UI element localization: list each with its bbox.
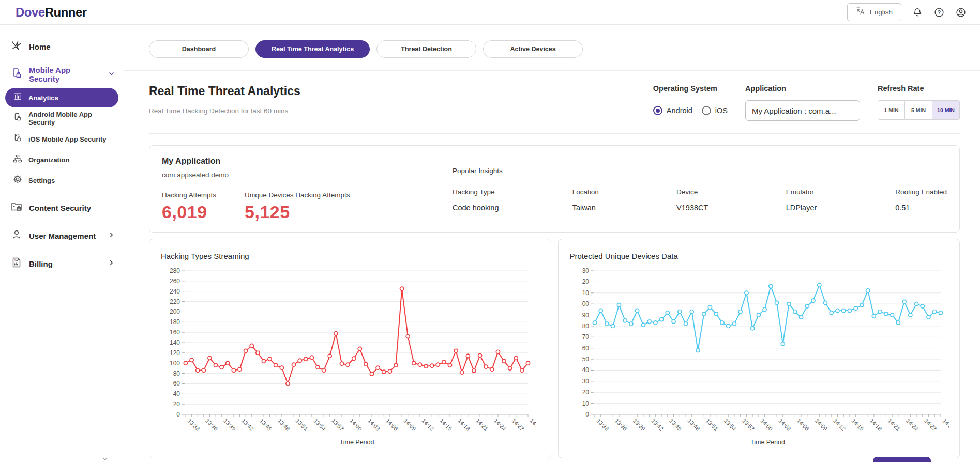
sidebar-item-billing[interactable]: $ Billing xyxy=(0,253,124,274)
help-button[interactable]: ? xyxy=(933,7,945,18)
svg-text:14:27: 14:27 xyxy=(923,418,938,432)
sidebar-item-mobile-app-security[interactable]: Mobile App Security xyxy=(0,64,124,85)
svg-text:14:30: 14:30 xyxy=(529,418,536,432)
ios-phone-lock-icon xyxy=(12,133,23,145)
svg-text:13:42: 13:42 xyxy=(650,418,665,432)
sidebar-item-user-management[interactable]: User Management xyxy=(0,225,124,246)
sidebar-item-organization[interactable]: Organization xyxy=(5,150,118,170)
svg-text:160: 160 xyxy=(170,329,180,336)
svg-text:14:27: 14:27 xyxy=(511,418,525,432)
sidebar-item-settings[interactable]: Settings xyxy=(5,171,118,190)
svg-text:13:48: 13:48 xyxy=(686,418,701,432)
divider xyxy=(149,133,960,134)
svg-text:?: ? xyxy=(938,9,941,15)
insight-label: Rooting Enabled xyxy=(895,188,947,196)
radio-ios-label: iOS xyxy=(715,106,728,115)
radio-android[interactable]: Android xyxy=(653,106,692,115)
title-block: Real Time Threat Analytics Real Time Hac… xyxy=(149,84,300,115)
insight-rooting-enabled: Rooting Enabled 0.51 xyxy=(895,188,947,212)
tab-dashboard[interactable]: Dashboard xyxy=(149,40,249,58)
application-filter: Application My Application : com.a... xyxy=(745,84,860,121)
operating-system-label: Operating System xyxy=(653,84,728,93)
svg-text:13:36: 13:36 xyxy=(613,418,628,432)
tab-active-devices[interactable]: Active Devices xyxy=(483,40,583,58)
sidebar-item-ios-mobile-app-security[interactable]: iOS Mobile App Security xyxy=(5,129,118,149)
svg-text:13:33: 13:33 xyxy=(595,418,610,432)
svg-text:14:30: 14:30 xyxy=(941,418,948,432)
insight-location: Location Taiwan xyxy=(572,188,676,212)
insight-value: 0.51 xyxy=(895,204,947,212)
svg-text:13:54: 13:54 xyxy=(312,418,327,432)
gear-icon xyxy=(12,174,23,187)
svg-text:14:15: 14:15 xyxy=(439,418,453,432)
svg-text:13:42: 13:42 xyxy=(240,418,255,432)
summary-card: My Application com.appsealed.demo Hackin… xyxy=(149,145,960,233)
sidebar-item-analytics[interactable]: Analytics xyxy=(5,88,118,107)
svg-text:90: 90 xyxy=(582,312,589,319)
svg-text:0: 0 xyxy=(585,411,589,418)
insight-value: Code hooking xyxy=(453,204,572,212)
notifications-button[interactable] xyxy=(912,7,923,18)
tab-threat-detection[interactable]: Threat Detection xyxy=(376,40,476,58)
refresh-5min-button[interactable]: 5 MIN xyxy=(905,100,932,120)
sidebar-item-android-mobile-app-security[interactable]: Android Mobile App Security xyxy=(5,109,118,128)
svg-text:60: 60 xyxy=(173,380,180,387)
refresh-rate-filter: Refresh Rate 1 MIN 5 MIN 10 MIN xyxy=(878,84,960,121)
metric-unique-devices: Unique Devices Hacking Attempts 5,125 xyxy=(245,191,350,222)
sidebar: Home Mobile App Security xyxy=(0,25,124,462)
radio-ios[interactable]: iOS xyxy=(702,106,728,115)
application-label: Application xyxy=(745,84,860,93)
refresh-1min-button[interactable]: 1 MIN xyxy=(878,100,905,120)
sidebar-item-label: Content Security xyxy=(29,204,91,212)
svg-text:14:21: 14:21 xyxy=(886,418,901,432)
account-button[interactable] xyxy=(955,7,967,18)
floating-action-button[interactable] xyxy=(873,457,931,462)
insight-label: Location xyxy=(572,188,676,196)
svg-text:14:09: 14:09 xyxy=(814,418,828,432)
svg-text:140: 140 xyxy=(170,339,180,346)
sidebar-item-label: Billing xyxy=(29,259,53,268)
language-button[interactable]: English xyxy=(847,3,901,21)
sidebar-item-content-security[interactable]: Content Security xyxy=(0,197,124,218)
svg-text:280: 280 xyxy=(170,267,180,274)
svg-text:70: 70 xyxy=(582,333,589,341)
metric-label: Unique Devices Hacking Attempts xyxy=(245,191,350,199)
android-phone-lock-icon xyxy=(12,112,23,125)
svg-text:13:57: 13:57 xyxy=(741,418,756,432)
svg-text:20: 20 xyxy=(173,401,180,408)
svg-text:14:21: 14:21 xyxy=(475,418,489,432)
filters: Operating System Android iOS xyxy=(653,84,960,121)
svg-text:14:24: 14:24 xyxy=(493,418,507,432)
refresh-10min-button[interactable]: 10 MIN xyxy=(932,100,960,120)
svg-text:14:09: 14:09 xyxy=(403,418,417,432)
main-content: Dashboard Real Time Threat Analytics Thr… xyxy=(124,25,980,462)
svg-text:13:33: 13:33 xyxy=(187,418,201,432)
svg-text:14:15: 14:15 xyxy=(850,418,865,432)
svg-text:10: 10 xyxy=(582,400,589,407)
bar-chart-icon xyxy=(12,91,23,104)
svg-text:0: 0 xyxy=(176,411,180,418)
language-label: English xyxy=(870,8,893,16)
chevron-right-icon xyxy=(108,231,115,241)
svg-text:14:12: 14:12 xyxy=(421,418,435,432)
chart-title: Hacking Types Streaming xyxy=(161,252,539,260)
svg-text:14:06: 14:06 xyxy=(385,418,399,432)
application-select[interactable]: My Application : com.a... xyxy=(745,100,860,121)
svg-text:00: 00 xyxy=(582,300,589,307)
svg-text:100: 100 xyxy=(170,360,180,367)
tab-real-time-threat-analytics[interactable]: Real Time Threat Analytics xyxy=(255,40,370,58)
sidebar-item-home[interactable]: Home xyxy=(0,36,124,57)
protected-devices-chart: 01020304050607080900010203013:3313:3613:… xyxy=(570,264,949,449)
svg-text:14:18: 14:18 xyxy=(457,418,471,432)
svg-text:200: 200 xyxy=(170,308,180,315)
svg-text:10: 10 xyxy=(582,289,589,297)
sidebar-item-label: Analytics xyxy=(28,94,58,102)
sidebar-item-label: Organization xyxy=(28,156,69,164)
svg-text:13:57: 13:57 xyxy=(330,418,345,432)
svg-text:30: 30 xyxy=(582,267,589,274)
insight-label: Emulator xyxy=(786,188,896,196)
metric-value: 5,125 xyxy=(245,202,350,222)
svg-text:14:12: 14:12 xyxy=(832,418,847,432)
sidebar-item-label: User Management xyxy=(29,232,96,240)
app-root: DoveRunner English xyxy=(0,0,980,462)
